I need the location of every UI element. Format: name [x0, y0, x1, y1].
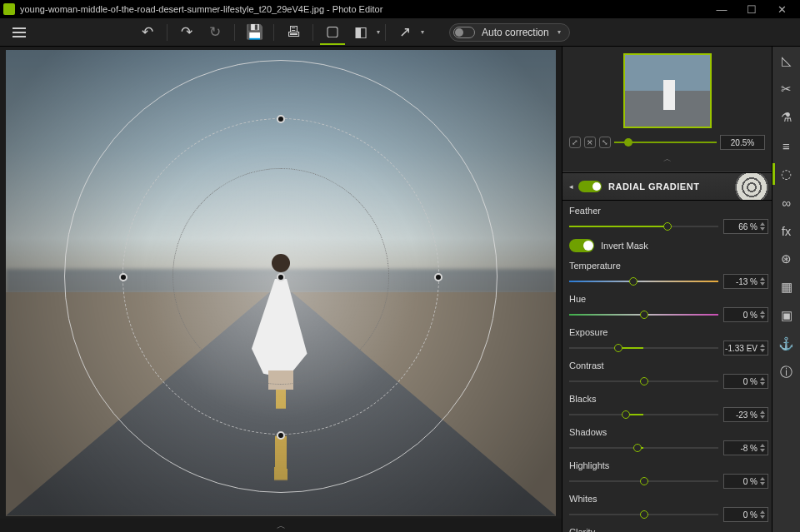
- slider-blacks[interactable]: [569, 410, 718, 419]
- control-label: Temperature: [569, 261, 768, 271]
- value-whites[interactable]: 0 %: [723, 507, 768, 522]
- save-button[interactable]: 💾: [242, 20, 267, 45]
- value-shadows[interactable]: -8 %: [723, 440, 768, 455]
- appname: Photo Editor: [332, 4, 383, 14]
- panel-header[interactable]: ◂ RADIAL GRADIENT: [562, 172, 772, 201]
- info-icon[interactable]: ⓘ: [778, 363, 796, 381]
- disclosure-icon: ◂: [569, 182, 573, 191]
- control-label: Blacks: [569, 394, 768, 404]
- invert-mask-label: Invert Mask: [601, 241, 648, 251]
- photo-canvas[interactable]: [6, 50, 556, 516]
- zoom-fit-icon[interactable]: ⤧: [584, 137, 596, 148]
- fit-view-button[interactable]: ▢: [320, 20, 345, 45]
- control-blacks: Blacks-23 %: [569, 394, 768, 422]
- titlebar: young-woman-middle-of-the-road-desert-su…: [0, 0, 800, 18]
- slider-temperature[interactable]: [569, 277, 718, 286]
- value-temperature[interactable]: -13 %: [723, 274, 768, 289]
- radial-handle-center[interactable]: [277, 273, 285, 281]
- control-shadows: Shadows-8 %: [569, 427, 768, 455]
- flask-icon[interactable]: ⚗: [778, 108, 796, 127]
- app-icon: [3, 3, 15, 15]
- radial-handle-right[interactable]: [434, 273, 442, 281]
- value-exposure[interactable]: -1.33 EV: [723, 341, 768, 355]
- control-label: Hue: [569, 294, 768, 304]
- slider-highlights[interactable]: [569, 477, 718, 485]
- control-temperature: Temperature-13 %: [569, 261, 768, 289]
- frame-icon[interactable]: ▣: [778, 306, 796, 325]
- redo-alt-button[interactable]: ↻: [202, 20, 228, 45]
- fx-icon[interactable]: fx: [778, 221, 796, 240]
- slider-hue[interactable]: [569, 311, 718, 319]
- slider-contrast[interactable]: [569, 377, 718, 385]
- control-label: Highlights: [569, 460, 768, 470]
- value-feather[interactable]: 66 %: [723, 219, 768, 234]
- value-highlights[interactable]: 0 %: [723, 474, 768, 489]
- anchor-icon[interactable]: ⚓: [778, 335, 796, 353]
- control-exposure: Exposure-1.33 EV: [569, 327, 768, 355]
- goggles-icon[interactable]: ∞: [778, 193, 796, 211]
- slider-shadows[interactable]: [569, 444, 718, 452]
- compare-dropdown[interactable]: ▾: [377, 28, 380, 36]
- crop-icon[interactable]: ✂: [778, 80, 796, 98]
- histogram-icon[interactable]: ◺: [778, 52, 796, 70]
- control-label: Exposure: [569, 327, 768, 337]
- compare-button[interactable]: ◧: [348, 20, 373, 45]
- zoom-value[interactable]: 20.5%: [720, 135, 765, 150]
- radial-handle-left[interactable]: [119, 273, 128, 281]
- control-highlights: Highlights0 %: [569, 460, 768, 489]
- sliders-icon[interactable]: ≡: [778, 137, 796, 155]
- slider-whites[interactable]: [569, 510, 718, 519]
- canvas-area: ︿: [0, 47, 562, 532]
- undo-button[interactable]: ↶: [135, 20, 160, 45]
- toggle-on-icon: [569, 239, 594, 252]
- control-label: Whites: [569, 494, 768, 504]
- value-contrast[interactable]: 0 %: [723, 374, 768, 389]
- color-wheel-icon[interactable]: ⊛: [778, 250, 796, 268]
- zoom-out-icon[interactable]: ⤢: [569, 137, 581, 148]
- control-label: Contrast: [569, 360, 768, 370]
- chevron-down-icon: ▾: [558, 28, 561, 36]
- window-close[interactable]: ✕: [767, 0, 797, 18]
- menu-button[interactable]: [7, 20, 32, 45]
- export-button[interactable]: ↗: [392, 20, 418, 45]
- window-minimize[interactable]: —: [707, 0, 737, 18]
- collapse-thumb[interactable]: ︿: [663, 153, 672, 165]
- control-label: Shadows: [569, 427, 768, 437]
- controls-list: Feather66 %Invert MaskTemperature-13 %Hu…: [562, 201, 772, 532]
- invert-mask-toggle[interactable]: Invert Mask: [569, 239, 768, 252]
- slider-feather[interactable]: [569, 222, 718, 231]
- control-label: Feather: [569, 206, 768, 216]
- bottom-collapse[interactable]: ︿: [0, 519, 562, 532]
- vertical-toolbar: ◺✂⚗≡◌∞fx⊛▦▣⚓ⓘ: [772, 47, 800, 532]
- control-whites: Whites0 %: [569, 494, 768, 522]
- control-contrast: Contrast0 %: [569, 360, 768, 389]
- print-button[interactable]: 🖶: [281, 20, 306, 45]
- radial-handle-bottom[interactable]: [277, 431, 285, 440]
- zoom-100-icon[interactable]: ⤡: [599, 137, 611, 148]
- toggle-off-icon: [453, 27, 475, 38]
- window-title: young-woman-middle-of-the-road-desert-su…: [20, 4, 707, 14]
- radial-handle-top[interactable]: [277, 115, 285, 123]
- panel-title: RADIAL GRADIENT: [608, 181, 699, 191]
- auto-correction-label: Auto correction: [482, 27, 549, 38]
- redo-button[interactable]: ↷: [174, 20, 199, 45]
- grid-icon[interactable]: ▦: [778, 278, 796, 296]
- radial-icon[interactable]: ◌: [778, 165, 796, 183]
- filename: young-woman-middle-of-the-road-desert-su…: [20, 4, 324, 14]
- toolbar: ↶ ↷ ↻ 💾 🖶 ▢ ◧ ▾ ↗ ▾ Auto correction ▾: [0, 18, 800, 47]
- slider-exposure[interactable]: [569, 344, 718, 352]
- control-feather: Feather66 %: [569, 206, 768, 234]
- export-dropdown[interactable]: ▾: [421, 28, 424, 36]
- value-hue[interactable]: 0 %: [723, 307, 768, 322]
- right-panel: ⤢ ⤧ ⤡ 20.5% ︿ ◂ RADIAL GRADIENT Feather6…: [562, 47, 772, 532]
- panel-enable-toggle[interactable]: [578, 181, 602, 192]
- auto-correction-toggle[interactable]: Auto correction ▾: [449, 23, 570, 42]
- control-clarity: Clarity0 %: [569, 527, 768, 532]
- value-blacks[interactable]: -23 %: [723, 407, 768, 422]
- window-maximize[interactable]: ☐: [737, 0, 767, 18]
- preview-thumbnail[interactable]: [623, 53, 712, 128]
- control-label: Clarity: [569, 527, 768, 532]
- spiral-thumbnail: [722, 172, 772, 201]
- control-hue: Hue0 %: [569, 294, 768, 322]
- zoom-slider[interactable]: [614, 137, 717, 148]
